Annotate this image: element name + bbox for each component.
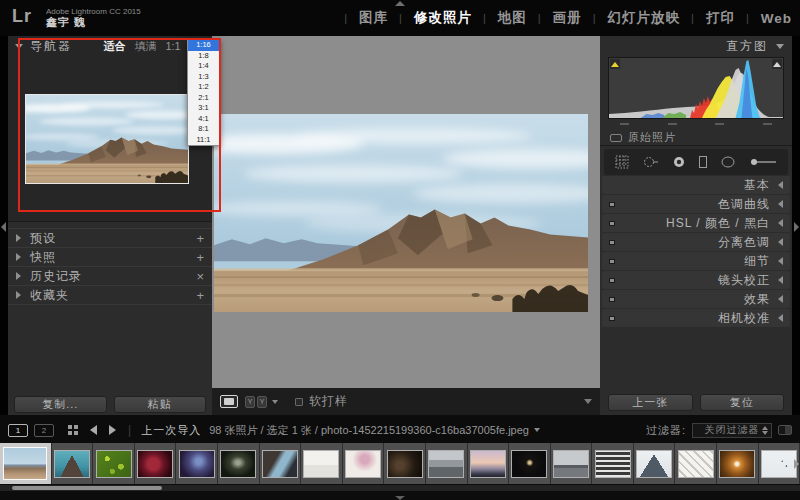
adjustment-panel-header[interactable]: 分离色调 [602, 233, 790, 251]
left-panel-header[interactable]: 历史记录 × [8, 267, 212, 286]
before-after-right-icon[interactable]: Y [257, 396, 267, 408]
module-tab[interactable]: 打印 [680, 9, 735, 27]
histogram-header[interactable]: 直方图 [600, 36, 792, 56]
right-panel-collapse-strip[interactable] [792, 36, 800, 415]
filmstrip-cell[interactable] [717, 443, 759, 484]
zoom-option[interactable]: 填满 [134, 39, 156, 54]
filmstrip-cell[interactable] [176, 443, 218, 484]
scrollbar-thumb[interactable] [12, 486, 162, 490]
grid-view-icon[interactable] [68, 425, 78, 435]
panel-toggle-switch[interactable] [609, 278, 615, 283]
filmstrip-thumbnail[interactable] [512, 451, 546, 477]
filmstrip-thumbnail[interactable] [720, 451, 754, 477]
paste-button[interactable]: 粘贴 [114, 396, 207, 413]
collapse-filmstrip-icon[interactable] [395, 496, 405, 500]
source-label[interactable]: 上一次导入 [141, 423, 201, 438]
adjustment-brush-icon[interactable] [748, 155, 778, 169]
panel-toggle-switch[interactable] [609, 240, 615, 245]
spot-removal-icon[interactable] [642, 155, 660, 169]
soft-proof-checkbox[interactable] [295, 398, 303, 406]
filmstrip-cell[interactable] [509, 443, 551, 484]
filmstrip-scroll-right-icon[interactable] [794, 459, 799, 469]
zoom-ratio-option[interactable]: 1:8 [188, 51, 219, 62]
graduated-filter-icon[interactable] [698, 155, 708, 169]
module-tab[interactable]: 幻灯片放映 [582, 9, 680, 27]
main-window-button[interactable]: 1 [8, 424, 28, 437]
zoom-option[interactable]: 适合 [103, 39, 125, 54]
filmstrip-thumbnail[interactable] [471, 451, 505, 477]
filmstrip-cell[interactable] [260, 443, 302, 484]
next-photo-arrow-icon[interactable] [109, 425, 116, 435]
photo-preview[interactable] [214, 114, 588, 312]
zoom-ratio-option[interactable]: 2:1 [188, 93, 219, 104]
filmstrip-cell[interactable] [93, 443, 135, 484]
filmstrip-thumbnail[interactable] [221, 451, 255, 477]
module-tab[interactable]: 画册 [527, 9, 582, 27]
second-window-button[interactable]: 2 [34, 424, 54, 437]
filmstrip-thumbnail[interactable] [429, 451, 463, 477]
crop-overlay-icon[interactable] [614, 154, 630, 170]
zoom-ratio-option[interactable]: 8:1 [188, 124, 219, 135]
filmstrip-cell[interactable] [426, 443, 468, 484]
adjustment-panel-header[interactable]: 效果 [602, 290, 790, 308]
previous-photo-arrow-icon[interactable] [90, 425, 97, 435]
before-after-left-icon[interactable]: Y [245, 396, 255, 408]
filmstrip-thumbnail[interactable] [180, 451, 214, 477]
adjustment-panel-header[interactable]: 色调曲线 [602, 195, 790, 213]
navigator-preview[interactable] [26, 95, 188, 183]
zoom-ratio-option[interactable]: 3:1 [188, 103, 219, 114]
filmstrip-thumbnail[interactable] [4, 448, 46, 479]
shadow-clipping-icon[interactable] [610, 59, 620, 69]
zoom-ratio-option[interactable]: 4:1 [188, 114, 219, 125]
panel-action-icon[interactable]: + [196, 231, 204, 246]
panel-toggle-switch[interactable] [609, 297, 615, 302]
filmstrip-cell[interactable] [634, 443, 676, 484]
filmstrip-cell[interactable] [135, 443, 177, 484]
filmstrip-cell[interactable] [218, 443, 260, 484]
panel-action-icon[interactable]: + [196, 250, 204, 265]
histogram[interactable] [608, 57, 784, 119]
filmstrip-cell[interactable] [675, 443, 717, 484]
adjustment-panel-header[interactable]: 基本 [602, 176, 790, 194]
filmstrip-thumbnail[interactable] [138, 451, 172, 477]
panel-toggle-switch[interactable] [609, 221, 615, 226]
module-tab[interactable]: 修改照片 [388, 9, 472, 27]
module-tab[interactable]: Web [735, 11, 792, 26]
panel-action-icon[interactable]: + [196, 288, 204, 303]
navigator-header[interactable]: 导航器 适合填满1:12:1 [8, 36, 212, 56]
filmstrip-cell[interactable] [0, 443, 52, 484]
filmstrip-thumbnail[interactable] [97, 451, 131, 477]
collapse-right-icon[interactable] [794, 222, 799, 232]
adjustment-panel-header[interactable]: 相机校准 [602, 309, 790, 327]
filmstrip-scrollbar[interactable] [0, 485, 800, 491]
filmstrip-thumbnail[interactable] [596, 451, 630, 477]
left-panel-header[interactable]: 收藏夹 + [8, 286, 212, 305]
filter-dropdown[interactable]: 关闭过滤器 [692, 423, 772, 438]
filmstrip-cell[interactable] [301, 443, 343, 484]
left-panel-header[interactable]: 快照 + [8, 248, 212, 267]
view-mode-caret-icon[interactable] [272, 400, 278, 404]
filmstrip-thumbnail[interactable] [346, 451, 380, 477]
filmstrip-thumbnail[interactable] [55, 451, 89, 477]
highlight-clipping-icon[interactable] [772, 59, 782, 69]
collapse-left-icon[interactable] [1, 222, 6, 232]
filmstrip-thumbnail[interactable] [388, 451, 422, 477]
filmstrip-thumbnail[interactable] [679, 451, 713, 477]
filmstrip-thumbnail[interactable] [263, 451, 297, 477]
filmstrip-cell[interactable] [551, 443, 593, 484]
filmstrip-thumbnail[interactable] [637, 451, 671, 477]
selection-info[interactable]: 98 张照片 / 选定 1 张 / photo-1452215199360-c1… [209, 423, 529, 438]
adjustment-panel-header[interactable]: HSL / 颜色 / 黑白 [602, 214, 790, 232]
left-panel-header[interactable]: 预设 + [8, 229, 212, 248]
filmstrip-thumbnail[interactable] [304, 451, 338, 477]
adjustment-panel-header[interactable]: 细节 [602, 252, 790, 270]
zoom-ratio-option[interactable]: 1:4 [188, 61, 219, 72]
filmstrip-cell[interactable] [52, 443, 94, 484]
filmstrip-cell[interactable] [384, 443, 426, 484]
filmstrip-cell[interactable] [343, 443, 385, 484]
filmstrip-thumbnail[interactable] [762, 451, 796, 477]
zoom-option[interactable]: 1:1 [165, 40, 180, 52]
zoom-ratio-option[interactable]: 11:1 [188, 135, 219, 146]
source-caret-icon[interactable] [534, 428, 540, 432]
loupe-view-icon[interactable] [220, 395, 238, 408]
